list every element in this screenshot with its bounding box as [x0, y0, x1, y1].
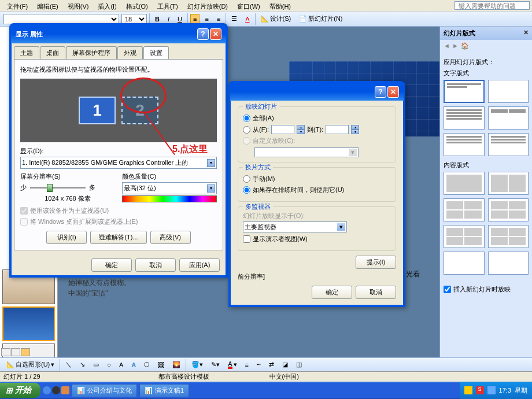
slider-thumb[interactable] — [47, 184, 53, 192]
taskbar-item[interactable]: 📊 公司介绍与文化 — [72, 384, 137, 397]
resolution-slider[interactable]: 少 多 — [20, 183, 95, 192]
font-color-button[interactable]: A — [242, 14, 252, 24]
troubleshoot-button[interactable]: 疑难解答(T)... — [90, 231, 146, 244]
tab-settings[interactable]: 设置 — [143, 46, 169, 59]
insert-on-show-checkbox[interactable]: 插入新幻灯片时放映 — [440, 283, 532, 296]
color-quality-select[interactable]: 最高(32 位) ▾ — [122, 182, 217, 194]
close-button[interactable]: ✕ — [387, 86, 399, 98]
start-button[interactable]: ⊞ 开始 — [0, 383, 40, 398]
dash-style-button[interactable]: ┅ — [254, 359, 264, 370]
forward-icon[interactable]: ► — [452, 42, 459, 50]
shadow-button[interactable]: ◪ — [279, 359, 291, 370]
line-color-button[interactable]: ✎▾ — [208, 359, 223, 370]
to-input[interactable] — [326, 125, 349, 134]
ok-button[interactable]: 确定 — [91, 258, 132, 272]
layout-item[interactable] — [444, 198, 485, 221]
textbox-tool[interactable]: A — [116, 360, 126, 370]
display-select[interactable]: 1. Intel(R) 82852/82855 GM/GME Graphics … — [20, 157, 217, 169]
menu-insert[interactable]: 插入(I) — [93, 1, 121, 10]
layout-item[interactable] — [488, 225, 529, 248]
taskbar-item[interactable]: 📊 演示文稿1 — [139, 384, 189, 397]
menu-window[interactable]: 窗口(W) — [232, 1, 265, 10]
align-center-button[interactable]: ≡ — [202, 14, 211, 24]
menu-edit[interactable]: 编辑(E) — [32, 1, 63, 10]
oval-tool[interactable]: ○ — [104, 360, 114, 370]
layout-item[interactable] — [444, 225, 485, 248]
identify-button[interactable]: 识别(I) — [46, 231, 87, 244]
arrow-style-button[interactable]: ⇄ — [266, 359, 277, 370]
menu-view[interactable]: 视图(V) — [63, 1, 94, 10]
help-button[interactable]: ? — [375, 86, 386, 98]
dialog-titlebar[interactable]: ? ✕ — [230, 83, 404, 101]
ok-button[interactable]: 确定 — [312, 286, 352, 299]
menu-format[interactable]: 格式(O) — [121, 1, 153, 10]
layout-item[interactable] — [488, 133, 529, 156]
layout-item[interactable] — [488, 106, 529, 130]
tray-shield-icon[interactable] — [464, 386, 472, 394]
rectangle-tool[interactable]: ▭ — [90, 359, 102, 370]
radio-manual[interactable]: 手动(M) — [243, 175, 391, 183]
tab-theme[interactable]: 主题 — [14, 46, 39, 59]
from-input[interactable] — [271, 125, 294, 134]
tray-network-icon[interactable] — [487, 386, 496, 394]
layout-item[interactable] — [444, 172, 485, 195]
display-on-select[interactable]: 主要监视器▾ — [243, 221, 347, 232]
menu-slideshow[interactable]: 幻灯片放映(D) — [183, 1, 232, 10]
close-button[interactable]: ✕ — [210, 28, 221, 40]
monitor-1-icon[interactable]: 1 — [79, 97, 116, 124]
task-pane-close-button[interactable]: ✕ — [523, 29, 529, 38]
layout-item[interactable] — [488, 80, 529, 103]
ie-icon[interactable] — [43, 386, 51, 394]
help-button[interactable]: ? — [197, 28, 209, 40]
qq-icon[interactable] — [52, 386, 60, 394]
align-right-button[interactable]: ≡ — [214, 14, 223, 24]
layout-item[interactable] — [444, 252, 485, 275]
slideshow-view-icon[interactable] — [21, 348, 30, 356]
underline-button[interactable]: U — [175, 14, 185, 24]
align-left-button[interactable]: ≡ — [190, 14, 200, 24]
menu-tools[interactable]: 工具(T) — [153, 1, 183, 10]
slide-thumb[interactable] — [2, 306, 55, 341]
font-family-select[interactable] — [3, 14, 119, 24]
wordart-tool[interactable]: A — [128, 360, 139, 370]
tips-button[interactable]: 提示(I) — [356, 256, 396, 269]
bold-button[interactable]: B — [152, 14, 162, 24]
tab-appearance[interactable]: 外观 — [117, 46, 143, 59]
clipart-tool[interactable]: 🖼 — [155, 360, 167, 370]
monitor-arrangement[interactable]: 1 2 — [20, 79, 217, 142]
font-size-select[interactable]: 18 — [121, 14, 147, 24]
layout-item[interactable] — [488, 172, 529, 195]
tray-s-icon[interactable]: S — [476, 386, 484, 394]
3d-button[interactable]: ◫ — [293, 359, 305, 370]
line-style-button[interactable]: ≡ — [242, 360, 252, 370]
advanced-button[interactable]: 高级(V) — [150, 231, 191, 244]
line-tool[interactable]: ＼ — [62, 359, 75, 371]
picture-tool[interactable]: 🌄 — [169, 359, 183, 370]
cancel-button[interactable]: 取消 — [135, 258, 176, 272]
diagram-tool[interactable]: ⬡ — [141, 359, 153, 370]
back-icon[interactable]: ◄ — [444, 42, 450, 50]
insert-checkbox[interactable] — [444, 286, 451, 293]
arrow-tool[interactable]: ↘ — [77, 359, 88, 370]
radio-timing[interactable]: 如果存在排练时间，则使用它(U) — [243, 186, 391, 194]
clock[interactable]: 17:3 — [499, 387, 511, 394]
menu-file[interactable]: 文件(F) — [2, 1, 32, 10]
tab-screensaver[interactable]: 屏幕保护程序 — [66, 46, 117, 59]
radio-all[interactable]: 全部(A) — [243, 114, 391, 123]
home-icon[interactable]: 🏠 — [461, 42, 469, 50]
layout-item[interactable] — [444, 80, 485, 103]
tab-desktop[interactable]: 桌面 — [40, 46, 65, 59]
new-slide-button[interactable]: 📄 新幻灯片(N) — [296, 13, 345, 25]
design-button[interactable]: 📐 设计(S) — [258, 13, 294, 25]
fill-color-button[interactable]: 🪣▾ — [189, 359, 206, 370]
bullets-button[interactable]: ☰ — [228, 13, 240, 24]
app-icon[interactable] — [61, 386, 69, 394]
layout-item[interactable] — [488, 252, 529, 275]
cancel-button[interactable]: 取消 — [356, 286, 396, 299]
layout-item[interactable] — [488, 198, 529, 221]
presenter-view-checkbox[interactable]: 显示演示者视图(W) — [243, 235, 391, 243]
layout-item[interactable] — [444, 133, 485, 156]
layout-item[interactable] — [444, 106, 485, 130]
menu-help[interactable]: 帮助(H) — [265, 1, 295, 10]
sorter-view-icon[interactable] — [11, 348, 20, 356]
